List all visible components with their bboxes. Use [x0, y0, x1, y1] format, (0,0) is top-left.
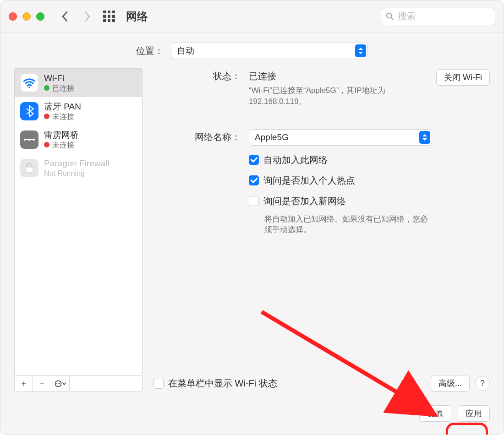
- stepper-icon: [355, 44, 366, 57]
- ask-hotspot-checkbox[interactable]: [249, 175, 259, 185]
- content-area: 位置： 自动 Wi-Fi: [0, 33, 504, 435]
- search-icon: [386, 12, 394, 21]
- service-status: 未连接: [44, 141, 79, 149]
- add-service-button[interactable]: ＋: [15, 376, 33, 391]
- network-preferences-window: 网络 位置： 自动: [0, 0, 504, 435]
- zoom-window-button[interactable]: [36, 12, 44, 21]
- lock-icon: [20, 159, 38, 177]
- location-label: 位置：: [136, 45, 164, 57]
- svg-point-12: [59, 383, 60, 384]
- status-dot-disconnected-icon: [44, 114, 49, 119]
- footer-buttons: 复原 应用: [14, 401, 490, 422]
- service-details: 状态： 已连接 “Wi-Fi”已连接至“Apple5G”，其IP地址为 192.…: [153, 68, 490, 392]
- status-dot-disconnected-icon: [44, 142, 49, 147]
- service-status: 已连接: [44, 84, 74, 92]
- auto-join-label: 自动加入此网络: [263, 154, 328, 166]
- service-name: 雷雳网桥: [44, 130, 79, 141]
- svg-line-1: [391, 17, 393, 19]
- network-name-select[interactable]: Apple5G: [249, 129, 432, 146]
- location-row: 位置： 自动: [14, 43, 490, 59]
- chevron-left-icon: [61, 11, 69, 22]
- apply-button[interactable]: 应用: [458, 405, 490, 422]
- ask-new-description: 将自动加入已知网络。如果没有已知网络，您必须手动选择。: [264, 214, 429, 236]
- service-list-toolbar: ＋ －: [14, 376, 142, 392]
- svg-point-3: [24, 139, 26, 141]
- service-actions-menu[interactable]: [51, 376, 70, 391]
- show-in-menubar-checkbox[interactable]: [153, 379, 164, 389]
- service-status: 未连接: [44, 112, 81, 121]
- thunderbolt-bridge-icon: [20, 130, 38, 149]
- minimize-window-button[interactable]: [22, 12, 31, 21]
- bluetooth-icon: [20, 102, 38, 120]
- chevron-right-icon: [83, 11, 91, 22]
- svg-point-10: [56, 383, 57, 384]
- help-button[interactable]: ?: [475, 376, 490, 391]
- ask-hotspot-row: 询问是否加入个人热点: [249, 174, 490, 187]
- service-thunderbolt-bridge[interactable]: 雷雳网桥 未连接: [15, 125, 142, 154]
- turn-wifi-off-button[interactable]: 关闭 Wi-Fi: [436, 69, 490, 86]
- svg-point-2: [28, 86, 30, 88]
- wifi-icon: [20, 74, 38, 92]
- svg-point-4: [28, 139, 30, 141]
- ask-new-row: 询问是否加入新网络: [249, 195, 490, 207]
- status-value: 已连接: [249, 68, 428, 82]
- service-wifi[interactable]: Wi-Fi 已连接: [15, 69, 142, 97]
- grid-icon: [103, 11, 115, 22]
- status-label: 状态：: [153, 68, 241, 82]
- network-name-row: 网络名称： Apple5G: [153, 129, 490, 146]
- auto-join-checkbox[interactable]: [249, 155, 259, 165]
- network-name-label: 网络名称：: [153, 129, 241, 143]
- search-field[interactable]: [381, 8, 495, 25]
- svg-rect-8: [26, 167, 33, 173]
- advanced-button[interactable]: 高级...: [431, 375, 470, 392]
- network-name-value: Apple5G: [255, 132, 289, 142]
- location-select[interactable]: 自动: [171, 43, 368, 59]
- close-window-button[interactable]: [9, 12, 17, 21]
- show-all-button[interactable]: [101, 9, 117, 24]
- auto-join-row: 自动加入此网络: [249, 154, 490, 166]
- ask-hotspot-label: 询问是否加入个人热点: [263, 174, 355, 187]
- service-bluetooth-pan[interactable]: 蓝牙 PAN 未连接: [15, 97, 142, 125]
- status-row: 状态： 已连接 “Wi-Fi”已连接至“Apple5G”，其IP地址为 192.…: [153, 68, 490, 107]
- back-button[interactable]: [57, 9, 73, 24]
- service-name: 蓝牙 PAN: [44, 102, 81, 112]
- svg-point-0: [387, 13, 392, 18]
- svg-point-5: [33, 139, 35, 141]
- toolbar-spacer: [70, 376, 142, 391]
- remove-service-button[interactable]: －: [33, 376, 51, 391]
- service-name: Wi-Fi: [44, 73, 74, 84]
- revert-button[interactable]: 复原: [419, 405, 451, 422]
- ask-new-label: 询问是否加入新网络: [263, 195, 346, 207]
- bottom-options-row: 在菜单栏中显示 Wi-Fi 状态 高级... ?: [153, 375, 490, 392]
- show-in-menubar-label: 在菜单栏中显示 Wi-Fi 状态: [168, 377, 277, 390]
- forward-button[interactable]: [79, 9, 95, 24]
- status-description: “Wi-Fi”已连接至“Apple5G”，其IP地址为 192.168.0.11…: [249, 85, 428, 107]
- service-status: Not Running: [44, 169, 110, 178]
- service-paragon-firewall[interactable]: Paragon Firewall Not Running: [15, 154, 142, 182]
- annotation-apply-highlight: [446, 423, 488, 435]
- service-name: Paragon Firewall: [44, 158, 110, 169]
- search-input[interactable]: [398, 11, 490, 22]
- window-traffic-lights: [9, 12, 44, 21]
- ask-new-checkbox[interactable]: [249, 196, 259, 206]
- location-value: 自动: [177, 45, 194, 57]
- service-list[interactable]: Wi-Fi 已连接 蓝牙 PAN: [14, 68, 142, 376]
- ellipsis-chevron-icon: [55, 380, 66, 387]
- svg-point-11: [58, 383, 59, 384]
- stepper-icon: [419, 131, 430, 144]
- panes: Wi-Fi 已连接 蓝牙 PAN: [14, 68, 490, 392]
- window-toolbar: 网络: [0, 0, 504, 33]
- status-dot-connected-icon: [44, 85, 49, 91]
- window-title: 网络: [126, 9, 148, 24]
- service-sidebar: Wi-Fi 已连接 蓝牙 PAN: [14, 68, 142, 392]
